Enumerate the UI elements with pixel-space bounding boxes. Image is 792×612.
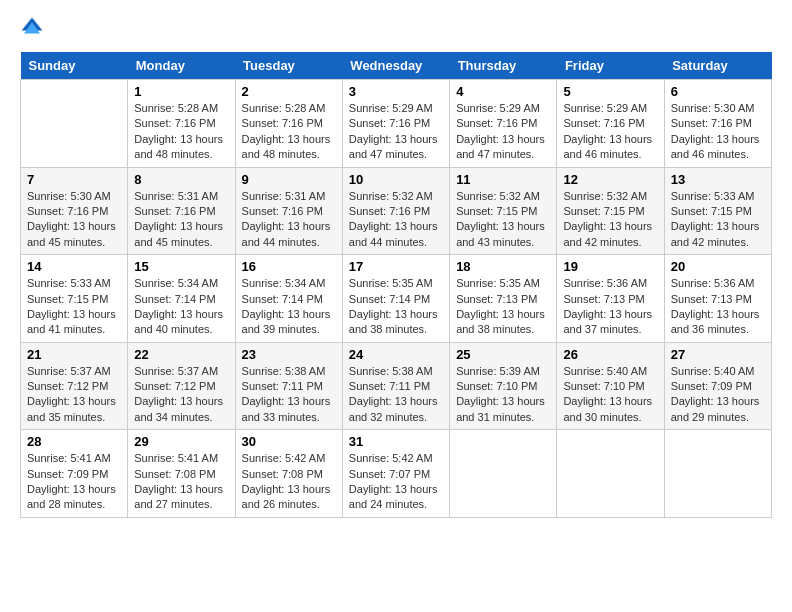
day-number: 4 [456, 84, 550, 99]
day-info: Sunrise: 5:35 AM Sunset: 7:14 PM Dayligh… [349, 276, 443, 338]
calendar-cell: 7Sunrise: 5:30 AM Sunset: 7:16 PM Daylig… [21, 167, 128, 255]
calendar-cell: 2Sunrise: 5:28 AM Sunset: 7:16 PM Daylig… [235, 80, 342, 168]
day-info: Sunrise: 5:40 AM Sunset: 7:10 PM Dayligh… [563, 364, 657, 426]
day-info: Sunrise: 5:33 AM Sunset: 7:15 PM Dayligh… [671, 189, 765, 251]
day-number: 16 [242, 259, 336, 274]
calendar-cell: 31Sunrise: 5:42 AM Sunset: 7:07 PM Dayli… [342, 430, 449, 518]
day-info: Sunrise: 5:41 AM Sunset: 7:09 PM Dayligh… [27, 451, 121, 513]
day-info: Sunrise: 5:30 AM Sunset: 7:16 PM Dayligh… [27, 189, 121, 251]
calendar-week-row: 14Sunrise: 5:33 AM Sunset: 7:15 PM Dayli… [21, 255, 772, 343]
day-info: Sunrise: 5:38 AM Sunset: 7:11 PM Dayligh… [242, 364, 336, 426]
day-info: Sunrise: 5:36 AM Sunset: 7:13 PM Dayligh… [671, 276, 765, 338]
day-number: 13 [671, 172, 765, 187]
day-number: 15 [134, 259, 228, 274]
day-number: 3 [349, 84, 443, 99]
day-info: Sunrise: 5:41 AM Sunset: 7:08 PM Dayligh… [134, 451, 228, 513]
calendar-cell: 4Sunrise: 5:29 AM Sunset: 7:16 PM Daylig… [450, 80, 557, 168]
day-number: 10 [349, 172, 443, 187]
day-of-week-header: Friday [557, 52, 664, 80]
day-number: 1 [134, 84, 228, 99]
day-number: 7 [27, 172, 121, 187]
calendar-table: SundayMondayTuesdayWednesdayThursdayFrid… [20, 52, 772, 518]
logo-icon [20, 16, 44, 40]
day-info: Sunrise: 5:31 AM Sunset: 7:16 PM Dayligh… [134, 189, 228, 251]
calendar-header: SundayMondayTuesdayWednesdayThursdayFrid… [21, 52, 772, 80]
calendar-cell: 15Sunrise: 5:34 AM Sunset: 7:14 PM Dayli… [128, 255, 235, 343]
day-number: 20 [671, 259, 765, 274]
calendar-cell: 18Sunrise: 5:35 AM Sunset: 7:13 PM Dayli… [450, 255, 557, 343]
day-number: 18 [456, 259, 550, 274]
day-number: 22 [134, 347, 228, 362]
day-number: 5 [563, 84, 657, 99]
calendar-cell: 14Sunrise: 5:33 AM Sunset: 7:15 PM Dayli… [21, 255, 128, 343]
day-of-week-header: Monday [128, 52, 235, 80]
day-number: 29 [134, 434, 228, 449]
day-info: Sunrise: 5:32 AM Sunset: 7:16 PM Dayligh… [349, 189, 443, 251]
header-row: SundayMondayTuesdayWednesdayThursdayFrid… [21, 52, 772, 80]
day-of-week-header: Sunday [21, 52, 128, 80]
calendar-cell: 10Sunrise: 5:32 AM Sunset: 7:16 PM Dayli… [342, 167, 449, 255]
calendar-cell: 13Sunrise: 5:33 AM Sunset: 7:15 PM Dayli… [664, 167, 771, 255]
day-info: Sunrise: 5:32 AM Sunset: 7:15 PM Dayligh… [563, 189, 657, 251]
calendar-cell: 29Sunrise: 5:41 AM Sunset: 7:08 PM Dayli… [128, 430, 235, 518]
day-number: 11 [456, 172, 550, 187]
calendar-cell: 16Sunrise: 5:34 AM Sunset: 7:14 PM Dayli… [235, 255, 342, 343]
calendar-cell: 22Sunrise: 5:37 AM Sunset: 7:12 PM Dayli… [128, 342, 235, 430]
day-number: 24 [349, 347, 443, 362]
calendar-cell: 21Sunrise: 5:37 AM Sunset: 7:12 PM Dayli… [21, 342, 128, 430]
day-info: Sunrise: 5:31 AM Sunset: 7:16 PM Dayligh… [242, 189, 336, 251]
day-info: Sunrise: 5:33 AM Sunset: 7:15 PM Dayligh… [27, 276, 121, 338]
day-info: Sunrise: 5:34 AM Sunset: 7:14 PM Dayligh… [242, 276, 336, 338]
day-info: Sunrise: 5:28 AM Sunset: 7:16 PM Dayligh… [242, 101, 336, 163]
day-info: Sunrise: 5:36 AM Sunset: 7:13 PM Dayligh… [563, 276, 657, 338]
calendar-week-row: 7Sunrise: 5:30 AM Sunset: 7:16 PM Daylig… [21, 167, 772, 255]
calendar-cell: 20Sunrise: 5:36 AM Sunset: 7:13 PM Dayli… [664, 255, 771, 343]
day-info: Sunrise: 5:35 AM Sunset: 7:13 PM Dayligh… [456, 276, 550, 338]
calendar-cell: 12Sunrise: 5:32 AM Sunset: 7:15 PM Dayli… [557, 167, 664, 255]
day-of-week-header: Saturday [664, 52, 771, 80]
logo [20, 16, 48, 40]
day-info: Sunrise: 5:29 AM Sunset: 7:16 PM Dayligh… [456, 101, 550, 163]
day-info: Sunrise: 5:42 AM Sunset: 7:07 PM Dayligh… [349, 451, 443, 513]
day-number: 28 [27, 434, 121, 449]
calendar-cell: 25Sunrise: 5:39 AM Sunset: 7:10 PM Dayli… [450, 342, 557, 430]
day-info: Sunrise: 5:29 AM Sunset: 7:16 PM Dayligh… [349, 101, 443, 163]
calendar-cell: 26Sunrise: 5:40 AM Sunset: 7:10 PM Dayli… [557, 342, 664, 430]
day-info: Sunrise: 5:34 AM Sunset: 7:14 PM Dayligh… [134, 276, 228, 338]
day-info: Sunrise: 5:37 AM Sunset: 7:12 PM Dayligh… [134, 364, 228, 426]
day-of-week-header: Wednesday [342, 52, 449, 80]
calendar-cell [664, 430, 771, 518]
calendar-cell: 30Sunrise: 5:42 AM Sunset: 7:08 PM Dayli… [235, 430, 342, 518]
calendar-cell: 1Sunrise: 5:28 AM Sunset: 7:16 PM Daylig… [128, 80, 235, 168]
day-of-week-header: Tuesday [235, 52, 342, 80]
calendar-cell: 11Sunrise: 5:32 AM Sunset: 7:15 PM Dayli… [450, 167, 557, 255]
day-info: Sunrise: 5:32 AM Sunset: 7:15 PM Dayligh… [456, 189, 550, 251]
calendar-cell: 6Sunrise: 5:30 AM Sunset: 7:16 PM Daylig… [664, 80, 771, 168]
day-number: 8 [134, 172, 228, 187]
day-number: 2 [242, 84, 336, 99]
calendar-cell: 3Sunrise: 5:29 AM Sunset: 7:16 PM Daylig… [342, 80, 449, 168]
calendar-cell [450, 430, 557, 518]
day-number: 14 [27, 259, 121, 274]
calendar-cell: 23Sunrise: 5:38 AM Sunset: 7:11 PM Dayli… [235, 342, 342, 430]
day-number: 30 [242, 434, 336, 449]
day-info: Sunrise: 5:38 AM Sunset: 7:11 PM Dayligh… [349, 364, 443, 426]
day-number: 19 [563, 259, 657, 274]
day-info: Sunrise: 5:42 AM Sunset: 7:08 PM Dayligh… [242, 451, 336, 513]
calendar-cell: 9Sunrise: 5:31 AM Sunset: 7:16 PM Daylig… [235, 167, 342, 255]
calendar-cell: 27Sunrise: 5:40 AM Sunset: 7:09 PM Dayli… [664, 342, 771, 430]
day-info: Sunrise: 5:28 AM Sunset: 7:16 PM Dayligh… [134, 101, 228, 163]
calendar-week-row: 21Sunrise: 5:37 AM Sunset: 7:12 PM Dayli… [21, 342, 772, 430]
calendar-cell: 17Sunrise: 5:35 AM Sunset: 7:14 PM Dayli… [342, 255, 449, 343]
day-number: 9 [242, 172, 336, 187]
day-number: 6 [671, 84, 765, 99]
calendar-cell [557, 430, 664, 518]
day-number: 21 [27, 347, 121, 362]
page-header [20, 16, 772, 40]
calendar-week-row: 1Sunrise: 5:28 AM Sunset: 7:16 PM Daylig… [21, 80, 772, 168]
day-info: Sunrise: 5:39 AM Sunset: 7:10 PM Dayligh… [456, 364, 550, 426]
day-number: 17 [349, 259, 443, 274]
day-number: 31 [349, 434, 443, 449]
day-number: 27 [671, 347, 765, 362]
calendar-body: 1Sunrise: 5:28 AM Sunset: 7:16 PM Daylig… [21, 80, 772, 518]
